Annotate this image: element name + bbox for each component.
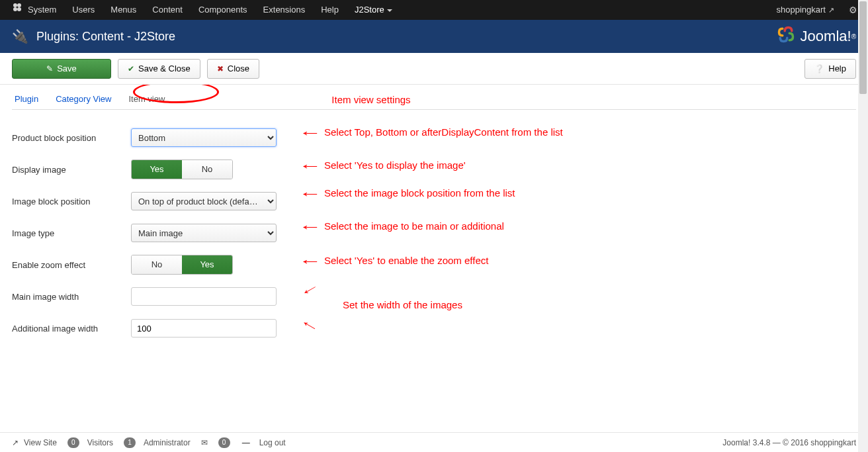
mail-icon: ✉ [201, 438, 208, 447]
browser-scrollbar[interactable] [858, 0, 868, 452]
menu-users[interactable]: Users [64, 0, 103, 20]
content-area: Plugin Category View Item view Item view… [0, 85, 868, 432]
menu-user-site[interactable]: shoppingkart↗ [769, 0, 842, 20]
visitors-count: 0 [67, 437, 79, 448]
cancel-icon: ✖ [217, 64, 224, 73]
joomla-logo-icon [777, 25, 795, 48]
menu-menus[interactable]: Menus [103, 0, 144, 20]
help-icon: ❔ [814, 64, 824, 73]
annotation-text: Select 'Yes' to enable the zoom effect [324, 255, 488, 266]
tab-bar: Plugin Category View Item view Item view… [12, 85, 856, 110]
annotation-heading: Item view settings [331, 94, 410, 109]
toolbar: ✎Save ✔Save & Close ✖Close ❔Help [0, 53, 868, 85]
annotation-text: Set the width of the images [343, 299, 462, 310]
arrow-icon: ← [298, 126, 322, 140]
menu-j2store[interactable]: J2Store [347, 0, 400, 20]
admin-menubar: System Users Menus Content Components Ex… [0, 0, 868, 20]
menu-system[interactable]: System [20, 0, 64, 20]
svg-point-2 [13, 7, 17, 11]
menu-help[interactable]: Help [313, 0, 347, 20]
status-bar: ↗ View Site 0 Visitors 1 Administrator ✉… [0, 432, 868, 452]
admin-link[interactable]: Administrator [144, 438, 191, 447]
arrow-icon: ← [296, 278, 322, 302]
check-icon: ✎ [46, 64, 53, 73]
logout-link[interactable]: Log out [259, 438, 286, 447]
select-image-type[interactable]: Main image [131, 224, 277, 242]
external-link-icon: ↗ [12, 438, 19, 447]
view-site-link[interactable]: View Site [24, 438, 57, 447]
label-additional-image-width: Additional image width [12, 324, 131, 334]
toggle-no[interactable]: No [182, 160, 232, 179]
select-product-block-position[interactable]: Bottom [131, 128, 277, 147]
row-image-block-position: Image block position On top of product b… [12, 185, 856, 217]
save-button[interactable]: ✎Save [12, 59, 111, 79]
row-additional-image-width: Additional image width ← Set the width o… [12, 312, 856, 344]
admin-count: 1 [124, 437, 136, 448]
arrow-icon: ← [298, 220, 322, 234]
row-enable-zoom: Enable zoom effect NoYes ←Select 'Yes' t… [12, 249, 856, 281]
visitors-link[interactable]: Visitors [87, 438, 113, 447]
joomla-menu-icon[interactable] [4, 0, 20, 20]
arrow-icon: ← [296, 314, 322, 338]
page-title: Plugins: Content - J2Store [36, 30, 777, 44]
tab-plugin[interactable]: Plugin [12, 89, 41, 109]
menu-content[interactable]: Content [144, 0, 191, 20]
tab-category-view[interactable]: Category View [53, 89, 114, 109]
help-button[interactable]: ❔Help [804, 59, 856, 79]
menu-components[interactable]: Components [191, 0, 255, 20]
form: Product block position Bottom ←Select To… [12, 110, 856, 344]
svg-point-0 [13, 3, 17, 7]
input-main-image-width[interactable] [131, 287, 277, 306]
label-image-type: Image type [12, 228, 131, 238]
menu-extensions[interactable]: Extensions [255, 0, 314, 20]
annotation-text: Select Top, Bottom or afterDisplayConten… [324, 126, 563, 138]
label-main-image-width: Main image width [12, 292, 131, 302]
dash-icon: — [242, 438, 250, 447]
label-enable-zoom: Enable zoom effect [12, 260, 131, 270]
external-link-icon: ↗ [828, 6, 834, 14]
toggle-enable-zoom[interactable]: NoYes [131, 255, 233, 275]
row-image-type: Image type Main image ←Select the image … [12, 217, 856, 249]
arrow-icon: ← [298, 159, 322, 173]
annotation-text: Select the image block position from the… [324, 187, 515, 199]
messages-count: 0 [218, 437, 230, 448]
save-close-button[interactable]: ✔Save & Close [118, 59, 200, 79]
page-banner: 🔌 Plugins: Content - J2Store Joomla!® [0, 20, 868, 53]
label-display-image: Display image [12, 165, 131, 175]
toggle-yes[interactable]: Yes [132, 160, 182, 179]
input-additional-image-width[interactable] [131, 319, 277, 338]
arrow-icon: ← [298, 187, 322, 201]
row-product-block-position: Product block position Bottom ←Select To… [12, 122, 856, 154]
select-image-block-position[interactable]: On top of product block (defa… [131, 192, 277, 210]
toggle-no[interactable]: No [132, 255, 182, 274]
toggle-yes[interactable]: Yes [182, 255, 232, 274]
plug-icon: 🔌 [12, 28, 28, 44]
arrow-icon: ← [298, 254, 322, 269]
toggle-display-image[interactable]: YesNo [131, 159, 233, 179]
close-button[interactable]: ✖Close [207, 59, 259, 79]
check-icon: ✔ [128, 64, 134, 73]
label-product-block-position: Product block position [12, 133, 131, 143]
footer-info: Joomla! 3.4.8 — © 2016 shoppingkart [722, 438, 856, 447]
chevron-down-icon [387, 9, 392, 12]
annotation-text: Select the image to be main or additiona… [324, 220, 504, 232]
row-display-image: Display image YesNo ←Select 'Yes to disp… [12, 154, 856, 185]
label-image-block-position: Image block position [12, 197, 131, 206]
annotation-text: Select 'Yes to display the image' [324, 159, 466, 171]
joomla-logo: Joomla!® [777, 25, 856, 48]
